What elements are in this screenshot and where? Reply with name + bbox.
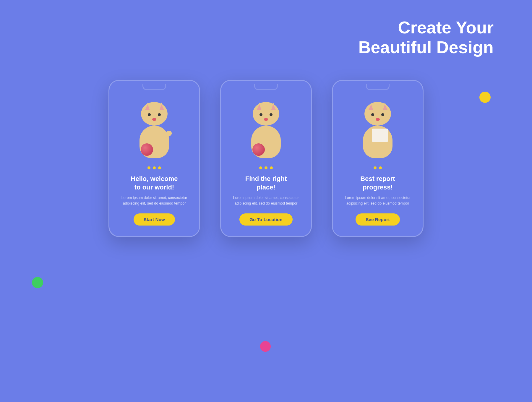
- cat-inner-ear-left-3: [369, 104, 373, 110]
- start-now-button[interactable]: Start Now: [134, 213, 175, 226]
- dot-ind-1-1: [147, 166, 150, 169]
- cat-head-3: [364, 102, 391, 126]
- phone-card-1: ‹ ›: [108, 80, 200, 237]
- title-block: Create Your Beautiful Design: [358, 18, 494, 57]
- dot-ind-3-2: [379, 166, 382, 169]
- notch-row-2: [221, 81, 311, 90]
- cards-container: ‹ ›: [0, 80, 532, 237]
- notch-row-1: [109, 81, 199, 90]
- dot-indicators-3: [333, 166, 423, 169]
- cat-nose-1: [152, 118, 156, 121]
- cat-inner-ear-left-1: [145, 104, 150, 110]
- cat-eye-left-2: [259, 113, 262, 116]
- cat-head-1: [141, 102, 168, 126]
- card-desc-2: Lorem ipsum dolor sit amet, consectetur …: [221, 195, 311, 206]
- page-wrapper: Create Your Beautiful Design ‹ ›: [0, 0, 532, 402]
- cat-head-2: [253, 102, 279, 126]
- mascot-area-1: [109, 93, 199, 164]
- cat-sign-3: [372, 129, 388, 142]
- card-title-2: Find the right place!: [221, 175, 311, 192]
- phone-notch-3: [366, 84, 390, 90]
- decorative-dot-green: [32, 277, 43, 288]
- phone-card-2: ‹ ›: [220, 80, 312, 237]
- decorative-dot-pink: [260, 341, 271, 352]
- notch-row-3: [333, 81, 423, 90]
- phone-notch-1: [142, 84, 166, 90]
- dot-ind-2-2: [265, 166, 267, 169]
- go-to-location-button[interactable]: Go To Location: [239, 213, 293, 226]
- cat-nose-3: [376, 118, 380, 121]
- card-title-1: Hello, welcome to our world!: [109, 175, 199, 192]
- dot-ind-1-2: [153, 166, 156, 169]
- phone-notch-2: [254, 84, 278, 90]
- phone-card-3: ‹ ›: [332, 80, 424, 237]
- cat-nose-2: [264, 118, 268, 121]
- cat-mascot-1: [131, 99, 178, 158]
- cat-eye-right-3: [381, 113, 384, 116]
- card-title-3: Best report progress!: [333, 175, 423, 192]
- cat-ball-2: [252, 143, 265, 156]
- dot-indicators-1: [109, 166, 199, 169]
- cat-inner-ear-right-3: [383, 104, 387, 110]
- dot-indicators-2: [221, 166, 311, 169]
- dot-ind-3-1: [374, 166, 377, 169]
- cat-inner-ear-right-2: [271, 104, 276, 110]
- mascot-area-3: [333, 93, 423, 164]
- dot-ind-2-3: [270, 166, 273, 169]
- cat-mascot-2: [242, 99, 290, 158]
- see-report-button[interactable]: See Report: [356, 213, 400, 226]
- cat-eye-left-1: [148, 113, 151, 116]
- card-desc-1: Lorem ipsum dolor sit amet, consectetur …: [109, 195, 199, 206]
- cat-inner-ear-right-1: [160, 104, 164, 110]
- mascot-area-2: [221, 93, 311, 164]
- cat-mascot-3: [354, 99, 401, 158]
- dot-ind-2-1: [259, 166, 262, 169]
- card-desc-3: Lorem ipsum dolor sit amet, consectetur …: [333, 195, 423, 206]
- cat-eye-right-1: [158, 113, 161, 116]
- dot-ind-1-3: [158, 166, 161, 169]
- page-title: Create Your Beautiful Design: [358, 18, 494, 57]
- cat-eye-left-3: [371, 113, 374, 116]
- cat-inner-ear-left-2: [257, 104, 261, 110]
- cat-eye-right-2: [270, 113, 273, 116]
- cat-ball-1: [141, 143, 153, 156]
